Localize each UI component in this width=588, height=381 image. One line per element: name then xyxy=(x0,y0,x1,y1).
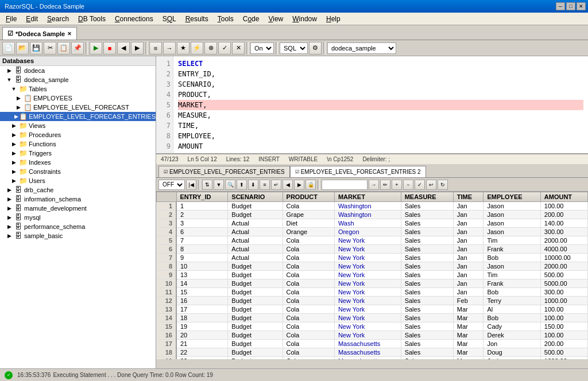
table-cell[interactable]: Washington xyxy=(334,211,401,219)
table-cell[interactable]: Sales xyxy=(401,279,453,288)
table-cell[interactable]: 140.00 xyxy=(540,219,587,228)
table-row[interactable]: 22BudgetGrapeWashingtonSalesJanJason200.… xyxy=(157,211,588,219)
table-row[interactable]: 1418BudgetColaNew YorkSalesMarBob100.00 xyxy=(157,314,588,322)
table-cell[interactable]: Jan xyxy=(453,254,483,262)
table-row[interactable]: 46ActualOrangeOregonSalesJanJason300.00 xyxy=(157,228,588,236)
table-cell[interactable]: Sales xyxy=(401,305,453,314)
table-cell[interactable]: Al xyxy=(483,305,540,314)
table-cell[interactable]: Jan xyxy=(453,219,483,228)
table-cell[interactable]: Budget xyxy=(228,288,283,297)
results-wrap-button[interactable]: ↵ xyxy=(271,180,281,190)
table-cell[interactable]: Sales xyxy=(401,211,453,219)
results-sort-button[interactable]: ⇅ xyxy=(202,180,212,190)
menu-help[interactable]: Help xyxy=(322,14,345,24)
table-cell[interactable]: Sales xyxy=(401,262,453,271)
connect-button[interactable]: ⚡ xyxy=(191,42,203,55)
sidebar-item-performance-schema[interactable]: ▶ 🗄 performance_schema xyxy=(0,222,156,231)
table-cell[interactable]: Sales xyxy=(401,271,453,279)
results-tab-2[interactable]: ☑ EMPLOYEE_LEVEL_FORECAST_ENTRIES 2 xyxy=(290,166,426,177)
sidebar-item-views[interactable]: ▶ 📁 Views xyxy=(0,121,156,130)
table-cell[interactable]: 20 xyxy=(176,331,228,340)
table-cell[interactable]: Feb xyxy=(453,297,483,305)
menu-file[interactable]: File xyxy=(1,14,21,24)
table-cell[interactable]: 9 xyxy=(176,254,228,262)
col-header-rownum[interactable] xyxy=(157,192,177,202)
table-cell[interactable]: New York xyxy=(334,305,401,314)
table-cell[interactable]: 22 xyxy=(176,348,228,357)
table-cell[interactable]: New York xyxy=(334,262,401,271)
table-cell[interactable]: New York xyxy=(334,288,401,297)
sidebar-item-constraints[interactable]: ▶ 📁 Constraints xyxy=(0,167,156,176)
table-row[interactable]: 57ActualColaNew YorkSalesJanTim2000.00 xyxy=(157,236,588,245)
table-row[interactable]: 11BudgetColaWashingtonSalesJanJason100.0… xyxy=(157,202,588,211)
results-filter-button[interactable]: ▼ xyxy=(214,180,224,190)
next-button[interactable]: ▶ xyxy=(131,42,144,55)
sidebar-item-triggers[interactable]: ▶ 📁 Triggers xyxy=(0,149,156,158)
sidebar-item-drb-cache[interactable]: ▶ 🗄 drb_cache xyxy=(0,185,156,195)
sidebar-item-elf[interactable]: ▶ 📋 EMPLOYEE_LEVEL_FORECAST xyxy=(0,103,156,112)
table-row[interactable]: 1721BudgetColaMassachusettsSalesMarJon20… xyxy=(157,340,588,348)
table-cell[interactable]: Cola xyxy=(283,340,334,348)
table-cell[interactable]: Sales xyxy=(401,314,453,322)
table-cell[interactable]: Jason xyxy=(483,228,540,236)
table-cell[interactable]: 500.00 xyxy=(540,348,587,357)
table-cell[interactable]: Actual xyxy=(228,245,283,254)
col-header-time[interactable]: TIME xyxy=(453,192,483,202)
table-cell[interactable]: 17 xyxy=(176,305,228,314)
table-cell[interactable]: 1 xyxy=(176,202,228,211)
table-row[interactable]: 913BudgetColaNew YorkSalesJanTim500.00 xyxy=(157,271,588,279)
col-header-product[interactable]: PRODUCT xyxy=(283,192,334,202)
results-search-button[interactable]: 🔍 xyxy=(225,180,235,190)
table-cell[interactable]: 100.00 xyxy=(540,305,587,314)
table-cell[interactable]: Sales xyxy=(401,357,453,360)
table-cell[interactable]: 200.00 xyxy=(540,211,587,219)
menu-dbtools[interactable]: DB Tools xyxy=(74,14,110,24)
table-cell[interactable]: Cola xyxy=(283,322,334,331)
table-cell[interactable]: 10 xyxy=(176,262,228,271)
table-row[interactable]: 810BudgetColaNew YorkSalesJanJason2000.0… xyxy=(157,262,588,271)
table-row[interactable]: 1923BudgetColaMassachusettsSalesMarJosh1… xyxy=(157,357,588,360)
table-cell[interactable]: New York xyxy=(334,314,401,322)
table-cell[interactable]: Cola xyxy=(283,331,334,340)
open-button[interactable]: 📂 xyxy=(16,42,29,55)
sidebar-item-mysql[interactable]: ▶ 🗄 mysql xyxy=(0,213,156,222)
sidebar-item-dodeca-sample[interactable]: ▼ 🗄 dodeca_sample xyxy=(0,75,156,84)
table-row[interactable]: 1519BudgetColaNew YorkSalesMarCady150.00 xyxy=(157,322,588,331)
stop-button[interactable]: ■ xyxy=(103,42,116,55)
table-cell[interactable]: Diet xyxy=(283,219,334,228)
table-cell[interactable]: Mar xyxy=(453,340,483,348)
results-tab-close-1[interactable]: ☑ xyxy=(164,169,168,174)
table-cell[interactable]: 100.00 xyxy=(540,314,587,322)
table-cell[interactable]: Cola xyxy=(283,348,334,357)
table-row[interactable]: 68ActualColaNew YorkSalesJanFrank4000.00 xyxy=(157,245,588,254)
table-cell[interactable]: 2000.00 xyxy=(540,236,587,245)
table-cell[interactable]: New York xyxy=(334,236,401,245)
table-cell[interactable]: Mar xyxy=(453,331,483,340)
table-cell[interactable]: Cola xyxy=(283,305,334,314)
close-button[interactable]: ✕ xyxy=(577,2,586,10)
disconnect-button[interactable]: ⊗ xyxy=(204,42,217,55)
col-header-market[interactable]: MARKET xyxy=(334,192,401,202)
sidebar-item-functions[interactable]: ▶ 📁 Functions xyxy=(0,139,156,149)
paste-button[interactable]: 📌 xyxy=(71,42,84,55)
table-cell[interactable]: Jan xyxy=(453,271,483,279)
table-cell[interactable]: Orange xyxy=(283,228,334,236)
table-cell[interactable]: 300.00 xyxy=(540,288,587,297)
menu-connections[interactable]: Connections xyxy=(110,14,158,24)
results-tab-close-2[interactable]: ☑ xyxy=(295,169,299,174)
table-cell[interactable]: New York xyxy=(334,279,401,288)
menu-search[interactable]: Search xyxy=(42,14,74,24)
menu-edit[interactable]: Edit xyxy=(21,14,42,24)
table-cell[interactable]: 18 xyxy=(176,314,228,322)
table-cell[interactable]: Jan xyxy=(453,279,483,288)
table-cell[interactable]: Josh xyxy=(483,357,540,360)
table-cell[interactable]: Washington xyxy=(334,202,401,211)
table-cell[interactable]: 500.00 xyxy=(540,271,587,279)
table-cell[interactable]: Cola xyxy=(283,245,334,254)
menu-code[interactable]: Code xyxy=(238,14,264,24)
minimize-button[interactable]: ─ xyxy=(556,2,565,10)
table-row[interactable]: 79ActualColaNew YorkSalesJanBob10000.00 xyxy=(157,254,588,262)
sidebar-item-procedures[interactable]: ▶ 📁 Procedures xyxy=(0,130,156,139)
table-cell[interactable]: Oregon xyxy=(334,228,401,236)
maximize-button[interactable]: □ xyxy=(566,2,575,10)
